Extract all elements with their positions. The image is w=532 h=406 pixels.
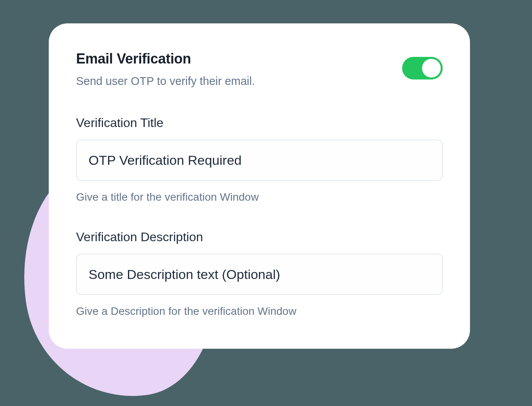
verification-description-label: Verification Description [76, 230, 443, 244]
verification-description-input[interactable] [76, 254, 443, 295]
verification-title-label: Verification Title [76, 116, 443, 130]
verification-description-hint: Give a Description for the verification … [76, 305, 443, 318]
card-header: Email Verification Send user OTP to veri… [76, 51, 443, 88]
verification-description-group: Verification Description Give a Descript… [76, 230, 443, 318]
section-title: Email Verification [76, 51, 402, 67]
email-verification-toggle[interactable] [402, 57, 443, 79]
verification-title-group: Verification Title Give a title for the … [76, 116, 443, 203]
verification-title-input[interactable] [76, 139, 443, 181]
header-text: Email Verification Send user OTP to veri… [76, 51, 402, 88]
section-subtitle: Send user OTP to verify their email. [76, 75, 402, 88]
verification-title-hint: Give a title for the verification Window [76, 191, 443, 203]
toggle-knob [422, 59, 441, 78]
email-verification-card: Email Verification Send user OTP to veri… [49, 23, 470, 349]
